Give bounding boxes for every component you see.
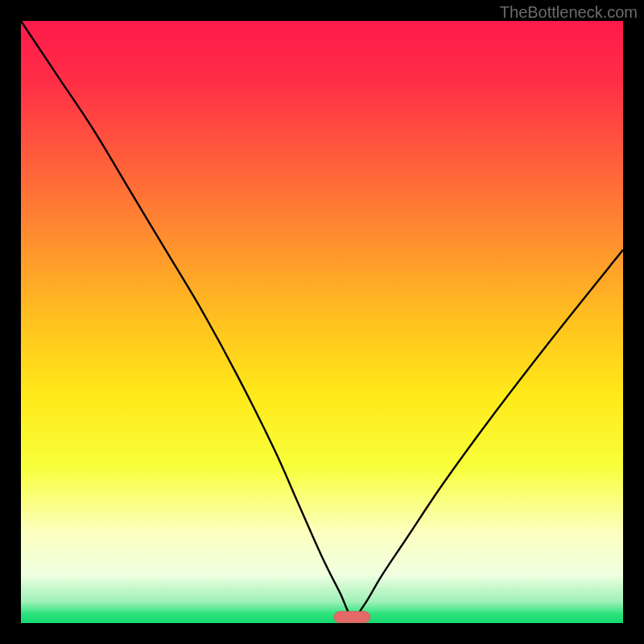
optimum-marker: [334, 612, 370, 622]
bottleneck-curve: [21, 21, 623, 617]
plot-area: [21, 21, 623, 623]
chart-frame: [21, 21, 623, 623]
curve-layer: [21, 21, 623, 623]
watermark-text: TheBottleneck.com: [500, 3, 638, 22]
